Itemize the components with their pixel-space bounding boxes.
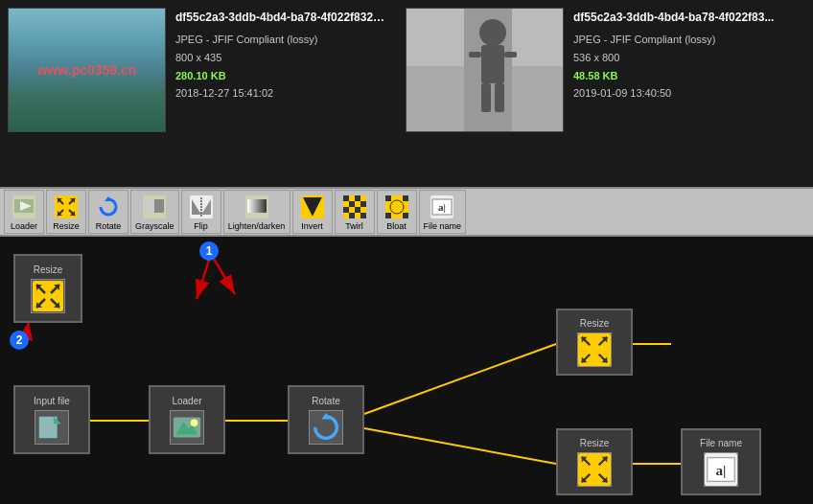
toolbar-flip-label: Flip (194, 221, 208, 231)
rotate-node-icon (309, 410, 343, 445)
toolbar-lighten[interactable]: Lighten/darken (223, 190, 290, 234)
svg-rect-55 (385, 213, 391, 218)
rotate-node-label: Rotate (312, 396, 339, 406)
svg-rect-44 (343, 207, 349, 213)
svg-rect-48 (343, 213, 349, 218)
loader-icon (11, 194, 37, 220)
resize-node-topright[interactable]: Resize (556, 309, 633, 376)
resize-topright-icon (577, 332, 612, 367)
svg-line-68 (197, 254, 211, 299)
svg-rect-31 (247, 199, 267, 213)
resize-node-bottom[interactable]: Resize (556, 428, 633, 495)
toolbar-twirl[interactable]: Twirl (335, 190, 375, 234)
svg-rect-45 (349, 207, 355, 213)
svg-rect-6 (504, 52, 517, 57)
svg-line-63 (364, 344, 556, 414)
loader-node-icon (170, 410, 204, 445)
input-file-node[interactable]: Input file (13, 385, 90, 454)
svg-rect-37 (349, 195, 355, 201)
toolbar-bloat[interactable]: Bloat (377, 190, 417, 234)
rotate-node[interactable]: Rotate (288, 385, 364, 454)
svg-rect-41 (349, 201, 355, 207)
resize-bottom-icon (577, 452, 612, 487)
filename-node[interactable]: File name a| (681, 428, 761, 495)
svg-text:a|: a| (438, 201, 446, 213)
resize-topleft-label: Resize (34, 264, 63, 275)
annotation-1: 1 (199, 241, 219, 261)
input-file-label: Input file (34, 396, 70, 406)
toolbar-loader[interactable]: Loader (4, 190, 44, 234)
toolbar-resize[interactable]: Resize (46, 190, 86, 234)
watermark-left: www.pc0359.cn (37, 62, 137, 78)
toolbar-resize-label: Resize (53, 221, 80, 231)
left-image-format: JPEG - JFIF Compliant (lossy) (175, 31, 386, 49)
right-image-title: df55c2a3-3ddb-4bd4-ba78-4f022f83... (573, 8, 774, 27)
resize-topright-label: Resize (580, 318, 610, 329)
grayscale-icon (141, 194, 168, 220)
toolbar-loader-label: Loader (11, 221, 37, 231)
svg-point-57 (390, 200, 404, 214)
rotate-icon (95, 194, 122, 220)
right-image-format: JPEG - JFIF Compliant (lossy) (573, 31, 774, 49)
svg-rect-51 (360, 213, 366, 218)
svg-rect-53 (385, 195, 391, 201)
svg-rect-39 (360, 195, 366, 201)
left-image-card: www.pc0359.cn df55c2a3-3ddb-4bd4-ba78-4f… (8, 8, 386, 179)
right-image-date: 2019-01-09 13:40:50 (573, 84, 774, 103)
svg-rect-84 (42, 427, 55, 429)
left-image-date: 2018-12-27 15:41:02 (175, 84, 386, 103)
toolbar-grayscale-label: Grayscale (135, 221, 174, 231)
canvas-area[interactable]: 1 2 Resize Input file (0, 237, 813, 504)
bloat-icon (383, 194, 410, 220)
right-image-card: df55c2a3-3ddb-4bd4-ba78-4f022f83... JPEG… (406, 8, 774, 179)
toolbar-rotate[interactable]: Rotate (88, 190, 128, 234)
svg-rect-42 (355, 201, 360, 207)
toolbar-invert[interactable]: Invert (292, 190, 333, 234)
flip-icon (188, 194, 215, 220)
toolbar-grayscale[interactable]: Grayscale (130, 190, 179, 234)
svg-rect-54 (403, 195, 408, 201)
toolbar: Loader Resize Ro (0, 187, 813, 237)
resize-icon (53, 194, 80, 220)
left-image-dimensions: 800 x 435 (175, 49, 386, 67)
svg-rect-49 (349, 213, 355, 218)
resize-node-topleft[interactable]: Resize (13, 254, 82, 323)
svg-rect-4 (481, 45, 504, 83)
right-image-size: 48.58 KB (573, 67, 774, 85)
toolbar-filename-label: File name (424, 221, 462, 231)
right-image-thumbnail[interactable] (406, 8, 564, 132)
twirl-icon (341, 194, 368, 220)
filename-icon: a| (429, 194, 455, 220)
left-image-size: 280.10 KB (175, 67, 386, 85)
svg-rect-8 (495, 83, 504, 112)
loader-node-label: Loader (172, 396, 201, 406)
svg-rect-50 (355, 213, 360, 218)
svg-rect-47 (360, 207, 366, 213)
svg-rect-85 (42, 430, 51, 432)
svg-rect-25 (145, 199, 154, 213)
svg-line-64 (364, 428, 556, 464)
right-image-info: df55c2a3-3ddb-4bd4-ba78-4f022f83... JPEG… (573, 8, 774, 179)
left-image-thumbnail[interactable]: www.pc0359.cn (8, 8, 166, 132)
annotation-2: 2 (10, 331, 29, 350)
svg-rect-40 (343, 201, 349, 207)
svg-rect-36 (343, 195, 349, 201)
svg-rect-46 (355, 207, 360, 213)
svg-line-69 (211, 254, 235, 294)
toolbar-bloat-label: Bloat (386, 221, 406, 231)
invert-icon (299, 194, 326, 220)
left-image-info: df55c2a3-3ddb-4bd4-ba78-4f022f8324... JP… (175, 8, 386, 179)
right-image-dimensions: 536 x 800 (573, 49, 774, 67)
svg-rect-5 (469, 52, 481, 57)
svg-rect-56 (403, 213, 408, 218)
lighten-icon (244, 194, 270, 220)
svg-rect-43 (360, 201, 366, 207)
toolbar-twirl-label: Twirl (345, 221, 363, 231)
loader-node[interactable]: Loader (149, 385, 225, 454)
toolbar-flip[interactable]: Flip (181, 190, 221, 234)
svg-rect-7 (481, 83, 491, 112)
svg-point-3 (479, 19, 506, 46)
toolbar-filename[interactable]: a| File name (419, 190, 467, 234)
filename-node-label: File name (700, 438, 742, 448)
filename-node-icon: a| (704, 452, 738, 487)
